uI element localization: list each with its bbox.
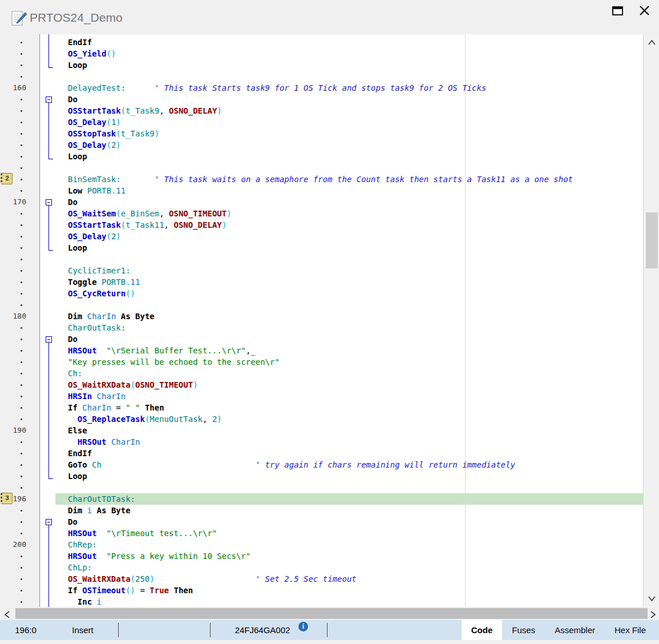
line-marker-dot [21, 224, 22, 226]
fold-bracket-line [48, 34, 49, 67]
status-bar: 196:0 Insert 24FJ64GA002 i CodeFusesAsse… [0, 620, 659, 640]
scroll-left-icon[interactable] [5, 611, 10, 618]
code-line: Loop [68, 59, 87, 71]
vertical-scroll-thumb[interactable] [646, 212, 658, 268]
line-marker-dot [21, 110, 22, 112]
line-marker-dot [21, 42, 22, 43]
code-line: CharOutTOTask: [68, 493, 135, 505]
line-marker-dot [21, 270, 22, 272]
line-marker-dot [21, 464, 22, 466]
code-line: EndIf [68, 448, 92, 459]
scroll-down-icon[interactable] [648, 596, 656, 601]
line-marker-dot [21, 453, 22, 454]
code-line: Do [68, 94, 78, 105]
line-marker-dot [21, 567, 22, 569]
code-line: Do [68, 196, 78, 208]
code-line: "Key presses will be echoed to the scree… [68, 356, 280, 368]
scroll-up-icon[interactable] [648, 40, 656, 45]
code-line: EndIf [68, 37, 92, 48]
code-line: Dim i As Byte [68, 505, 131, 516]
bookmark-icon[interactable]: 2 [1, 173, 13, 184]
code-line: BinSemTask: ' This task waits on a semap… [68, 174, 573, 185]
code-line: Toggle PORTB.11 [68, 276, 140, 288]
code-line: Else [68, 425, 87, 436]
line-marker-dot [21, 339, 22, 340]
line-marker-dot [21, 65, 22, 66]
code-line: OS_WaitRXData(250) ' Set 2.5 Sec timeout [68, 573, 357, 585]
code-line: Ch: [68, 368, 82, 379]
code-line: HRSIn CharIn [68, 391, 126, 402]
tab-code[interactable]: Code [462, 620, 503, 640]
tab-assembler[interactable]: Assembler [545, 620, 605, 640]
line-marker-dot [21, 76, 22, 78]
vertical-scrollbar[interactable] [643, 34, 659, 607]
window-title: PRTOS24_Demo [30, 11, 123, 25]
line-marker-dot [21, 350, 22, 352]
code-line: OSStopTask(t_Task9) [68, 128, 159, 139]
line-marker-dot [21, 304, 22, 306]
line-number: 200 [0, 539, 26, 550]
fold-bracket-line [48, 103, 49, 159]
line-marker-dot [21, 578, 22, 580]
document-edit-icon [11, 10, 27, 27]
line-marker-dot [21, 293, 22, 295]
code-line: ChLp: [68, 562, 92, 573]
code-line: If CharIn = " " Then [68, 402, 164, 413]
code-line: HRSOut "Press a key within 10 Secs\r" [68, 550, 250, 562]
line-marker-dot [21, 396, 22, 397]
code-line: If OSTimeout() = True Then [68, 585, 193, 596]
info-icon[interactable]: i [298, 622, 308, 631]
tab-hex-file[interactable]: Hex File [605, 620, 656, 640]
fold-collapse-box[interactable] [46, 336, 52, 343]
line-marker-dot [21, 590, 22, 591]
maximize-icon[interactable] [612, 6, 623, 15]
current-line-highlight [55, 493, 643, 505]
line-marker-dot [21, 190, 22, 192]
code-line: Low PORTB.11 [68, 185, 126, 196]
horizontal-scrollbar[interactable] [0, 607, 659, 620]
fold-bracket-line [48, 206, 49, 250]
code-line: OSStartTask(t_Task11, OSNO_DELAY) [68, 219, 227, 231]
line-marker-dot [21, 247, 22, 249]
code-line: OS_WaitRXData(OSNO_TIMEOUT) [68, 379, 198, 391]
code-line: OS_CycReturn() [68, 288, 135, 299]
close-icon[interactable] [638, 4, 652, 18]
line-marker-dot [21, 487, 22, 489]
line-number: 190 [0, 425, 26, 436]
code-editor[interactable]: EndIfOS_Yield()LoopDelayedTest: ' This t… [41, 34, 643, 607]
scroll-right-icon[interactable] [650, 611, 656, 618]
fold-bracket-foot [48, 67, 53, 68]
code-line: HRSOut "\rSerial Buffer Test...\r\r",_ [68, 345, 256, 356]
line-marker-dot [21, 407, 22, 409]
bookmark-icon[interactable]: 3 [1, 493, 13, 504]
code-line: Loop [68, 151, 87, 162]
view-tabs: CodeFusesAssemblerHex File [462, 620, 656, 640]
cursor-position: 196:0 [0, 625, 51, 635]
code-line: Loop [68, 470, 87, 482]
fold-collapse-box[interactable] [46, 519, 52, 525]
statusbar-divider [210, 623, 211, 637]
line-marker-dot [21, 167, 22, 169]
horizontal-scroll-thumb[interactable] [15, 608, 648, 619]
fold-bracket-foot [48, 478, 53, 479]
line-marker-dot [21, 133, 22, 135]
fold-collapse-box[interactable] [46, 199, 52, 206]
code-line: Do [68, 333, 78, 345]
line-marker-dot [21, 556, 22, 557]
code-line: DelayedTest: ' This task Starts task9 fo… [68, 82, 486, 94]
code-line: OS_Yield() [68, 48, 116, 59]
fold-collapse-box[interactable] [46, 96, 52, 103]
code-line: Dim CharIn As Byte [68, 311, 155, 322]
line-number-gutter: 16017018019019620023 [0, 34, 40, 607]
line-marker-dot [21, 259, 22, 260]
line-marker-dot [21, 327, 22, 329]
line-marker-dot [21, 373, 22, 375]
line-marker-dot [21, 361, 22, 363]
line-marker-dot [21, 476, 22, 477]
fold-bracket-foot [48, 250, 53, 251]
statusbar-divider [118, 623, 119, 637]
tab-fuses[interactable]: Fuses [502, 620, 545, 640]
line-marker-dot [21, 601, 22, 603]
line-marker-dot [21, 53, 22, 55]
line-marker-dot [21, 521, 22, 523]
